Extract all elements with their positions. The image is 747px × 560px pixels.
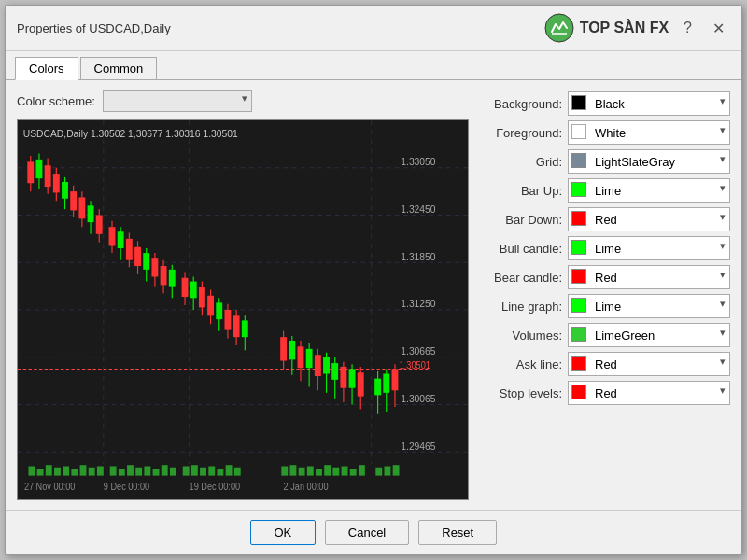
svg-rect-30 [53, 174, 60, 192]
svg-rect-56 [169, 270, 176, 287]
color-row-bardown: Bar Down: Red [478, 207, 730, 231]
color-row-background: Background: Black [478, 91, 730, 116]
svg-rect-88 [340, 367, 346, 388]
select-volumes[interactable]: LimeGreen [568, 323, 730, 347]
svg-rect-108 [110, 466, 117, 475]
svg-rect-44 [118, 231, 124, 248]
svg-rect-131 [350, 469, 357, 476]
svg-rect-38 [88, 205, 94, 222]
svg-rect-105 [80, 465, 87, 475]
svg-rect-109 [119, 469, 125, 476]
svg-rect-99 [28, 466, 35, 475]
select-bearcandle[interactable]: Red [568, 265, 730, 289]
select-barup[interactable]: Lime [568, 178, 730, 203]
dialog-title: Properties of USDCAD,Daily [17, 21, 171, 35]
select-wrapper-linegraph: Lime [568, 294, 730, 318]
svg-rect-36 [78, 197, 85, 218]
select-wrapper-bearcandle: Red [568, 265, 730, 289]
select-foreground[interactable]: White [568, 120, 730, 145]
label-bearcandle: Bear candle: [478, 271, 562, 285]
svg-text:1.31250: 1.31250 [401, 298, 435, 310]
svg-rect-114 [162, 465, 168, 475]
color-scheme-select-wrapper [103, 90, 252, 112]
color-row-volumes: Volumes: LimeGreen [478, 323, 730, 347]
svg-rect-100 [37, 469, 44, 476]
svg-rect-133 [375, 468, 382, 476]
svg-rect-120 [217, 469, 223, 476]
svg-rect-72 [242, 320, 248, 337]
close-button[interactable]: ✕ [707, 18, 730, 39]
select-wrapper-bullcandle: Lime [568, 236, 730, 260]
select-stoplevels[interactable]: Red [568, 381, 730, 405]
svg-text:USDCAD,Daily  1.30502 1,30677 : USDCAD,Daily 1.30502 1,30677 1.30316 1.3… [23, 127, 238, 139]
select-askline[interactable]: Red [568, 352, 730, 376]
svg-rect-101 [46, 465, 52, 475]
svg-rect-107 [97, 466, 104, 475]
svg-rect-134 [384, 466, 390, 475]
svg-rect-64 [207, 296, 214, 316]
svg-rect-121 [226, 465, 233, 475]
svg-rect-76 [289, 341, 295, 359]
svg-text:1.32450: 1.32450 [401, 203, 435, 215]
svg-rect-90 [349, 369, 356, 387]
left-panel: Color scheme: [17, 90, 469, 500]
svg-text:1.31850: 1.31850 [401, 250, 435, 262]
select-wrapper-background: Black [568, 91, 730, 116]
select-background[interactable]: Black [568, 91, 730, 116]
svg-rect-40 [96, 216, 103, 234]
title-right: TOP SÀN FX ? ✕ [544, 13, 730, 43]
svg-rect-117 [191, 465, 198, 475]
select-bardown[interactable]: Red [568, 207, 730, 231]
svg-text:9 Dec 00:00: 9 Dec 00:00 [104, 481, 149, 492]
svg-rect-46 [126, 239, 133, 260]
label-linegraph: Line graph: [478, 300, 562, 314]
tabs-bar: Colors Common [6, 51, 741, 80]
label-stoplevels: Stop levels: [478, 386, 562, 400]
chart-area: 1.33050 1.32450 1.31850 1.31250 1.30665 … [17, 119, 469, 500]
svg-rect-118 [200, 468, 206, 476]
tab-colors[interactable]: Colors [15, 57, 78, 80]
footer: OK Cancel Reset [6, 510, 741, 554]
svg-rect-62 [199, 287, 205, 308]
color-scheme-select[interactable] [103, 90, 252, 112]
select-wrapper-bardown: Red [568, 207, 730, 231]
svg-rect-66 [216, 302, 222, 319]
select-wrapper-foreground: White [568, 120, 730, 145]
logo-icon [544, 13, 574, 43]
svg-rect-113 [153, 469, 160, 476]
svg-rect-42 [109, 227, 116, 245]
svg-rect-94 [374, 379, 381, 396]
help-button[interactable]: ? [678, 18, 698, 38]
tab-common[interactable]: Common [80, 57, 158, 79]
svg-rect-112 [144, 466, 150, 475]
label-background: Background: [478, 97, 562, 111]
color-row-barup: Bar Up: Lime [478, 178, 730, 203]
select-grid[interactable]: LightSlateGray [568, 149, 730, 174]
label-barup: Bar Up: [478, 184, 562, 198]
ok-button[interactable]: OK [250, 520, 316, 545]
svg-rect-24 [27, 161, 34, 183]
select-wrapper-volumes: LimeGreen [568, 323, 730, 347]
svg-rect-84 [323, 357, 330, 374]
label-volumes: Volumes: [478, 329, 562, 343]
svg-rect-92 [358, 372, 364, 396]
color-row-bullcandle: Bull candle: Lime [478, 236, 730, 260]
cancel-button[interactable]: Cancel [325, 520, 409, 545]
svg-rect-128 [324, 465, 331, 475]
svg-rect-111 [135, 468, 142, 476]
select-wrapper-barup: Lime [568, 178, 730, 203]
right-panel: Background: Black Foreground: White [478, 90, 730, 500]
svg-rect-78 [298, 346, 304, 368]
svg-rect-129 [332, 468, 339, 476]
select-bullcandle[interactable]: Lime [568, 236, 730, 260]
color-row-stoplevels: Stop levels: Red [478, 381, 730, 405]
select-linegraph[interactable]: Lime [568, 294, 730, 318]
svg-rect-70 [233, 315, 240, 337]
svg-rect-119 [208, 466, 215, 475]
svg-rect-125 [299, 468, 305, 476]
svg-rect-122 [234, 468, 241, 476]
reset-button[interactable]: Reset [418, 520, 497, 545]
svg-rect-130 [342, 466, 348, 475]
svg-rect-68 [224, 310, 231, 330]
properties-dialog: Properties of USDCAD,Daily TOP SÀN FX ? … [5, 5, 742, 555]
